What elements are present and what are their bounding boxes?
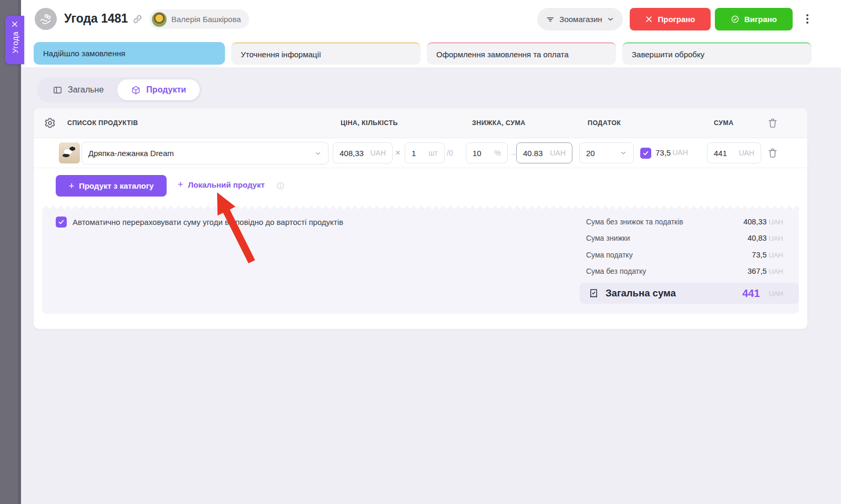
product-image bbox=[59, 142, 80, 163]
owner-name: Валерія Башкірова bbox=[171, 15, 241, 24]
close-icon[interactable] bbox=[11, 20, 18, 28]
tax-rate-select[interactable]: 20 bbox=[579, 142, 634, 163]
summary-label: Сума без податку bbox=[586, 267, 646, 275]
kebab-menu-button[interactable] bbox=[800, 11, 815, 27]
summary-row: Сума знижки 40,83 UAH bbox=[586, 233, 783, 243]
chevron-down-icon bbox=[310, 150, 322, 157]
product-select[interactable]: Дряпка-лежанка Dream bbox=[81, 142, 329, 164]
tax-amount: 73,5 UAH bbox=[655, 148, 688, 157]
stage-item-1[interactable]: Надійшло замовлення bbox=[34, 42, 225, 65]
percent-sign: % bbox=[490, 149, 501, 157]
row-total-input[interactable]: 441 UAH bbox=[707, 142, 761, 163]
lost-button[interactable]: Програно bbox=[630, 8, 711, 30]
owner-chip[interactable]: Валерія Башкірова bbox=[149, 9, 249, 29]
stage-label: Надійшло замовлення bbox=[43, 49, 125, 58]
funnel-select[interactable]: Зоомагазин bbox=[537, 8, 623, 30]
price-value: 408,33 bbox=[340, 149, 364, 158]
stage-item-3[interactable]: Оформлення замовлення та оплата bbox=[427, 42, 616, 65]
stage-label: Завершити обробку bbox=[632, 50, 704, 59]
auto-recalc-label: Автоматично перераховувати суму угоди ві… bbox=[73, 218, 343, 227]
discount-percent-input[interactable]: 10 % bbox=[466, 142, 508, 163]
quantity-input[interactable]: 1 шт bbox=[405, 142, 445, 163]
summary-currency: UAH bbox=[769, 251, 783, 259]
summary-value: 367,5 bbox=[747, 267, 766, 275]
deal-side-tab[interactable]: Угода bbox=[5, 16, 24, 64]
summary-value: 40,83 bbox=[747, 234, 766, 242]
product-name: Дряпка-лежанка Dream bbox=[88, 149, 174, 158]
add-local-label: Локальний продукт bbox=[188, 180, 265, 189]
col-header-price-qty: ЦІНА, КІЛЬКІСТЬ bbox=[341, 119, 398, 127]
totals-receipt-panel: Автоматично перераховувати суму угоди ві… bbox=[42, 209, 799, 314]
tab-products-label: Продукти bbox=[146, 85, 186, 95]
price-input[interactable]: 408,33 UAH bbox=[333, 142, 393, 163]
stage-label: Уточнення інформації bbox=[241, 50, 321, 59]
content-area: Загальне Продукти СПИСОК ПРОДУКТІВ ЦІНА,… bbox=[21, 67, 841, 504]
price-currency: UAH bbox=[366, 149, 386, 157]
add-local-product-link[interactable]: + Локальний продукт bbox=[178, 180, 265, 189]
tab-general-label: Загальне bbox=[68, 85, 104, 95]
summary-currency: UAH bbox=[769, 268, 783, 275]
discount-amount-input[interactable]: 40.83 UAH bbox=[516, 142, 572, 163]
arrow-right-icon: → bbox=[509, 149, 517, 157]
copy-link-icon[interactable] bbox=[132, 14, 142, 24]
col-header-tax: ПОДАТОК bbox=[588, 119, 621, 127]
won-button[interactable]: Виграно bbox=[715, 8, 793, 30]
won-button-label: Виграно bbox=[744, 15, 777, 24]
receipt-check-icon bbox=[588, 288, 599, 299]
summary-label: Сума без знижок та податків bbox=[586, 218, 683, 226]
stage-item-4[interactable]: Завершити обробку bbox=[622, 42, 812, 65]
deal-side-tab-label: Угода bbox=[11, 32, 19, 54]
discount-percent-value: 10 bbox=[473, 149, 481, 158]
tax-include-checkbox[interactable] bbox=[640, 148, 651, 159]
plus-icon: + bbox=[69, 181, 75, 191]
tax-amount-currency: UAH bbox=[672, 148, 688, 157]
lost-button-label: Програно bbox=[658, 15, 695, 24]
tax-rate-value: 20 bbox=[586, 149, 595, 158]
auto-recalc-checkbox[interactable] bbox=[56, 217, 67, 228]
info-icon[interactable] bbox=[276, 181, 285, 190]
tax-amount-value: 73,5 bbox=[655, 148, 671, 157]
col-header-products: СПИСОК ПРОДУКТІВ bbox=[67, 119, 138, 127]
grand-total-row: Загальна сума 441 UAH bbox=[580, 283, 799, 304]
row-total-currency: UAH bbox=[734, 149, 754, 157]
stage-item-2[interactable]: Уточнення інформації bbox=[231, 42, 420, 65]
check-icon bbox=[642, 150, 649, 157]
settings-gear-icon[interactable] bbox=[44, 117, 56, 129]
grand-total-currency: UAH bbox=[769, 290, 783, 297]
summary-label: Сума знижки bbox=[586, 234, 630, 242]
quantity-value: 1 bbox=[412, 149, 416, 158]
x-icon bbox=[645, 15, 653, 23]
page-title: Угода 1481 bbox=[64, 12, 128, 26]
chevron-down-icon bbox=[607, 15, 614, 23]
col-header-discount: ЗНИЖКА, СУМА bbox=[472, 119, 526, 127]
quantity-unit: шт bbox=[424, 149, 438, 157]
owner-avatar bbox=[152, 12, 167, 27]
summary-value: 73,5 bbox=[752, 251, 766, 259]
delete-all-trash-icon[interactable] bbox=[767, 117, 778, 129]
discount-amount-value: 40.83 bbox=[523, 149, 543, 158]
summary-currency: UAH bbox=[769, 234, 783, 242]
grand-total-label: Загальна сума bbox=[606, 287, 676, 299]
tab-products[interactable]: Продукти bbox=[117, 79, 200, 100]
top-bar: Угода 1481 Валерія Башкірова Зоомагазин … bbox=[21, 0, 841, 67]
stage-label: Оформлення замовлення та оплата bbox=[436, 50, 569, 59]
summary-label: Сума податку bbox=[586, 251, 633, 259]
row-total-value: 441 bbox=[714, 149, 727, 158]
summary-row: Сума податку 73,5 UAH bbox=[586, 250, 783, 260]
tab-group: Загальне Продукти bbox=[37, 77, 202, 102]
deal-avatar bbox=[35, 8, 57, 30]
row-delete-trash-icon[interactable] bbox=[767, 147, 778, 159]
stock-suffix: /0 bbox=[447, 149, 453, 157]
hand-coins-icon bbox=[39, 12, 53, 26]
summary-row: Сума без знижок та податків 408,33 UAH bbox=[586, 217, 783, 227]
multiply-icon: × bbox=[395, 148, 401, 158]
filter-lines-icon bbox=[546, 15, 555, 24]
chevron-down-icon bbox=[616, 149, 627, 157]
funnel-label: Зоомагазин bbox=[559, 15, 602, 24]
summary-currency: UAH bbox=[769, 218, 783, 226]
check-circle-icon bbox=[731, 15, 740, 24]
summary-row: Сума без податку 367,5 UAH bbox=[586, 266, 783, 276]
package-box-icon bbox=[131, 85, 141, 95]
tab-general[interactable]: Загальне bbox=[39, 79, 117, 100]
add-catalog-product-button[interactable]: + Продукт з каталогу bbox=[56, 175, 167, 197]
